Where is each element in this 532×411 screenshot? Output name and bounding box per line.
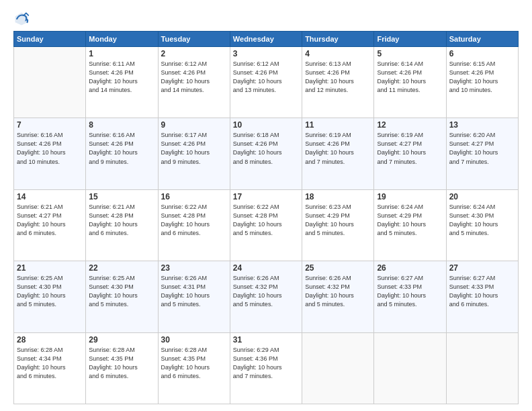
calendar-cell: 16Sunrise: 6:22 AM Sunset: 4:28 PM Dayli… (158, 189, 230, 261)
calendar-cell: 11Sunrise: 6:19 AM Sunset: 4:26 PM Dayli… (302, 118, 374, 189)
day-number: 8 (89, 120, 154, 130)
day-number: 27 (449, 263, 515, 273)
calendar-cell: 25Sunrise: 6:26 AM Sunset: 4:32 PM Dayli… (302, 261, 374, 332)
day-number: 3 (233, 49, 299, 58)
calendar-cell: 24Sunrise: 6:26 AM Sunset: 4:32 PM Dayli… (230, 261, 302, 332)
calendar-cell: 21Sunrise: 6:25 AM Sunset: 4:30 PM Dayli… (14, 261, 86, 332)
calendar-cell: 19Sunrise: 6:24 AM Sunset: 4:29 PM Dayli… (374, 189, 446, 261)
day-number: 6 (449, 49, 515, 58)
day-info: Sunrise: 6:19 AM Sunset: 4:27 PM Dayligh… (377, 131, 443, 166)
day-info: Sunrise: 6:25 AM Sunset: 4:30 PM Dayligh… (17, 274, 83, 309)
day-info: Sunrise: 6:12 AM Sunset: 4:26 PM Dayligh… (161, 60, 227, 95)
calendar-cell: 10Sunrise: 6:18 AM Sunset: 4:26 PM Dayli… (230, 118, 302, 189)
week-row-3: 14Sunrise: 6:21 AM Sunset: 4:27 PM Dayli… (14, 189, 519, 261)
day-number: 22 (89, 263, 154, 273)
day-info: Sunrise: 6:11 AM Sunset: 4:26 PM Dayligh… (89, 60, 154, 95)
day-number: 2 (161, 49, 227, 58)
calendar-cell: 29Sunrise: 6:28 AM Sunset: 4:35 PM Dayli… (86, 332, 158, 404)
day-number: 14 (17, 192, 83, 201)
day-number: 25 (305, 263, 371, 273)
day-number: 9 (161, 120, 227, 130)
weekday-header-row: SundayMondayTuesdayWednesdayThursdayFrid… (14, 32, 519, 47)
calendar-cell: 6Sunrise: 6:15 AM Sunset: 4:26 PM Daylig… (446, 47, 518, 118)
day-info: Sunrise: 6:20 AM Sunset: 4:27 PM Dayligh… (449, 131, 515, 166)
day-number: 7 (17, 120, 83, 130)
day-number: 31 (233, 335, 299, 345)
weekday-header-thursday: Thursday (302, 32, 374, 47)
day-info: Sunrise: 6:26 AM Sunset: 4:32 PM Dayligh… (305, 274, 371, 309)
calendar-cell: 30Sunrise: 6:28 AM Sunset: 4:35 PM Dayli… (158, 332, 230, 404)
day-number: 28 (17, 335, 83, 345)
day-info: Sunrise: 6:21 AM Sunset: 4:27 PM Dayligh… (17, 203, 83, 238)
weekday-header-monday: Monday (86, 32, 158, 47)
day-info: Sunrise: 6:29 AM Sunset: 4:36 PM Dayligh… (233, 346, 299, 381)
day-number: 23 (161, 263, 227, 273)
day-number: 20 (449, 192, 515, 201)
calendar-cell (446, 332, 518, 404)
calendar-cell: 18Sunrise: 6:23 AM Sunset: 4:29 PM Dayli… (302, 189, 374, 261)
day-number: 5 (377, 49, 443, 58)
calendar-cell: 7Sunrise: 6:16 AM Sunset: 4:26 PM Daylig… (14, 118, 86, 189)
day-info: Sunrise: 6:14 AM Sunset: 4:26 PM Dayligh… (377, 60, 443, 95)
calendar-cell: 27Sunrise: 6:27 AM Sunset: 4:33 PM Dayli… (446, 261, 518, 332)
calendar-cell: 12Sunrise: 6:19 AM Sunset: 4:27 PM Dayli… (374, 118, 446, 189)
day-number: 21 (17, 263, 83, 273)
calendar-cell: 14Sunrise: 6:21 AM Sunset: 4:27 PM Dayli… (14, 189, 86, 261)
day-number: 18 (305, 192, 371, 201)
day-number: 29 (89, 335, 154, 345)
calendar-cell: 23Sunrise: 6:26 AM Sunset: 4:31 PM Dayli… (158, 261, 230, 332)
day-number: 10 (233, 120, 299, 130)
week-row-1: 1Sunrise: 6:11 AM Sunset: 4:26 PM Daylig… (14, 47, 519, 118)
day-info: Sunrise: 6:24 AM Sunset: 4:30 PM Dayligh… (449, 203, 515, 238)
page: SundayMondayTuesdayWednesdayThursdayFrid… (0, 0, 532, 411)
day-info: Sunrise: 6:12 AM Sunset: 4:26 PM Dayligh… (233, 60, 299, 95)
calendar-cell: 28Sunrise: 6:28 AM Sunset: 4:34 PM Dayli… (14, 332, 86, 404)
calendar-cell: 5Sunrise: 6:14 AM Sunset: 4:26 PM Daylig… (374, 47, 446, 118)
calendar-cell: 26Sunrise: 6:27 AM Sunset: 4:33 PM Dayli… (374, 261, 446, 332)
day-number: 4 (305, 49, 371, 58)
calendar-cell: 17Sunrise: 6:22 AM Sunset: 4:28 PM Dayli… (230, 189, 302, 261)
day-info: Sunrise: 6:26 AM Sunset: 4:31 PM Dayligh… (161, 274, 227, 309)
day-number: 12 (377, 120, 443, 130)
day-info: Sunrise: 6:16 AM Sunset: 4:26 PM Dayligh… (17, 131, 83, 166)
logo-icon (13, 11, 30, 27)
day-number: 15 (89, 192, 154, 201)
calendar-cell: 9Sunrise: 6:17 AM Sunset: 4:26 PM Daylig… (158, 118, 230, 189)
day-number: 16 (161, 192, 227, 201)
calendar-cell: 3Sunrise: 6:12 AM Sunset: 4:26 PM Daylig… (230, 47, 302, 118)
day-info: Sunrise: 6:19 AM Sunset: 4:26 PM Dayligh… (305, 131, 371, 166)
day-number: 11 (305, 120, 371, 130)
calendar-cell: 4Sunrise: 6:13 AM Sunset: 4:26 PM Daylig… (302, 47, 374, 118)
day-number: 17 (233, 192, 299, 201)
day-number: 19 (377, 192, 443, 201)
week-row-5: 28Sunrise: 6:28 AM Sunset: 4:34 PM Dayli… (14, 332, 519, 404)
day-info: Sunrise: 6:13 AM Sunset: 4:26 PM Dayligh… (305, 60, 371, 95)
week-row-2: 7Sunrise: 6:16 AM Sunset: 4:26 PM Daylig… (14, 118, 519, 189)
day-info: Sunrise: 6:24 AM Sunset: 4:29 PM Dayligh… (377, 203, 443, 238)
weekday-header-tuesday: Tuesday (158, 32, 230, 47)
day-info: Sunrise: 6:18 AM Sunset: 4:26 PM Dayligh… (233, 131, 299, 166)
calendar-cell (302, 332, 374, 404)
day-number: 26 (377, 263, 443, 273)
day-info: Sunrise: 6:16 AM Sunset: 4:26 PM Dayligh… (89, 131, 154, 166)
weekday-header-wednesday: Wednesday (230, 32, 302, 47)
calendar-cell: 22Sunrise: 6:25 AM Sunset: 4:30 PM Dayli… (86, 261, 158, 332)
day-info: Sunrise: 6:27 AM Sunset: 4:33 PM Dayligh… (377, 274, 443, 309)
calendar-cell: 13Sunrise: 6:20 AM Sunset: 4:27 PM Dayli… (446, 118, 518, 189)
calendar-cell: 15Sunrise: 6:21 AM Sunset: 4:28 PM Dayli… (86, 189, 158, 261)
day-number: 30 (161, 335, 227, 345)
calendar-cell: 20Sunrise: 6:24 AM Sunset: 4:30 PM Dayli… (446, 189, 518, 261)
day-info: Sunrise: 6:23 AM Sunset: 4:29 PM Dayligh… (305, 203, 371, 238)
day-info: Sunrise: 6:27 AM Sunset: 4:33 PM Dayligh… (449, 274, 515, 309)
calendar-table: SundayMondayTuesdayWednesdayThursdayFrid… (13, 31, 519, 404)
calendar-cell: 2Sunrise: 6:12 AM Sunset: 4:26 PM Daylig… (158, 47, 230, 118)
day-info: Sunrise: 6:17 AM Sunset: 4:26 PM Dayligh… (161, 131, 227, 166)
calendar-cell: 1Sunrise: 6:11 AM Sunset: 4:26 PM Daylig… (86, 47, 158, 118)
week-row-4: 21Sunrise: 6:25 AM Sunset: 4:30 PM Dayli… (14, 261, 519, 332)
day-number: 1 (89, 49, 154, 58)
day-info: Sunrise: 6:15 AM Sunset: 4:26 PM Dayligh… (449, 60, 515, 95)
day-number: 13 (449, 120, 515, 130)
day-info: Sunrise: 6:28 AM Sunset: 4:35 PM Dayligh… (89, 346, 154, 381)
day-info: Sunrise: 6:25 AM Sunset: 4:30 PM Dayligh… (89, 274, 154, 309)
calendar-cell (374, 332, 446, 404)
